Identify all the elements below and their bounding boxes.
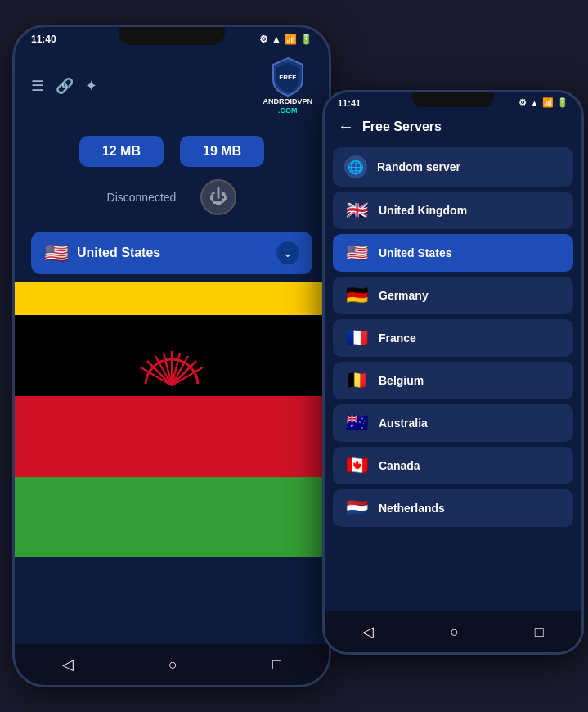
- phone2-status-icons: ⚙ ▲ 📶 🔋: [518, 97, 568, 108]
- phone2-notch: [412, 92, 494, 107]
- flag-stripe-green: [15, 477, 329, 558]
- phone2-time: 11:41: [338, 98, 361, 108]
- phone2-signal-icon: ▲: [530, 98, 539, 108]
- country-selector[interactable]: 🇺🇸 United States ⌄: [31, 232, 312, 274]
- flag-stripe-black: [15, 315, 329, 396]
- selected-country-name: United States: [77, 246, 268, 260]
- server-flag: 🇦🇺: [344, 412, 369, 434]
- server-flag: 🇬🇧: [344, 200, 369, 221]
- menu-icon[interactable]: ☰: [31, 77, 44, 95]
- logo-shield-icon: FREE: [270, 56, 306, 97]
- malawi-flag: [15, 282, 329, 561]
- phone2-home-btn[interactable]: ○: [450, 624, 459, 641]
- server-name: Belgium: [379, 374, 424, 387]
- server-flag: 🇨🇦: [344, 455, 369, 476]
- phone1-header: ☰ 🔗 ✦ FREE ANDROIDVPN.COM: [15, 48, 329, 124]
- flag-display: [15, 282, 329, 561]
- server-name: Australia: [379, 417, 428, 430]
- stars-icon[interactable]: ✦: [85, 77, 97, 95]
- download-badge: 12 MB: [79, 136, 164, 167]
- server-name: Canada: [379, 459, 420, 472]
- server-name: Germany: [379, 289, 429, 302]
- phone1-wifi-icon: ⚙: [259, 34, 268, 45]
- phone1-time: 11:40: [31, 34, 56, 45]
- svg-text:FREE: FREE: [279, 74, 297, 81]
- phone1-signal-icon: ▲: [272, 34, 281, 45]
- disconnect-row: Disconnected ⏻: [15, 171, 329, 223]
- share-icon[interactable]: 🔗: [56, 77, 74, 95]
- server-item[interactable]: 🇺🇸 United States: [333, 234, 573, 272]
- server-item[interactable]: 🇦🇺 Australia: [333, 404, 573, 442]
- server-list: 🌐 Random server 🇬🇧 United Kingdom 🇺🇸 Uni…: [325, 142, 581, 532]
- phone2: 11:41 ⚙ ▲ 📶 🔋 ← Free Servers 🌐 Random se…: [322, 90, 584, 655]
- logo-area: FREE ANDROIDVPN.COM: [263, 56, 312, 115]
- server-flag: 🇫🇷: [344, 327, 369, 349]
- phone1: 11:40 ⚙ ▲ 📶 🔋 ☰ 🔗 ✦ FREE ANDROID: [12, 25, 331, 687]
- phone2-settings-icon: ⚙: [518, 97, 527, 108]
- server-item[interactable]: 🇫🇷 France: [333, 319, 573, 357]
- sun-symbol: [139, 351, 204, 392]
- server-item[interactable]: 🇧🇪 Belgium: [333, 362, 573, 399]
- server-item[interactable]: 🌐 Random server: [333, 147, 573, 187]
- country-dropdown-icon[interactable]: ⌄: [276, 241, 299, 264]
- server-name: France: [379, 331, 416, 345]
- phone2-nav: ◁ ○ □: [325, 611, 581, 652]
- phone1-status-icons: ⚙ ▲ 📶 🔋: [259, 34, 312, 45]
- server-item[interactable]: 🇬🇧 United Kingdom: [333, 192, 573, 229]
- connection-status: Disconnected: [107, 191, 177, 204]
- power-icon: ⏻: [209, 187, 227, 208]
- server-item[interactable]: 🇩🇪 Germany: [333, 277, 573, 314]
- back-button[interactable]: ←: [338, 117, 354, 136]
- flag-stripe-yellow: [15, 282, 329, 316]
- phone2-menu-btn[interactable]: □: [535, 624, 544, 641]
- phone1-wifi2-icon: 📶: [285, 34, 297, 45]
- server-item[interactable]: 🇳🇱 Netherlands: [333, 489, 573, 527]
- screen-title: Free Servers: [362, 119, 442, 134]
- server-name: United States: [379, 246, 451, 259]
- phone2-back-btn[interactable]: ◁: [362, 623, 374, 641]
- server-name: Random server: [377, 160, 460, 173]
- upload-badge: 19 MB: [180, 136, 264, 167]
- phone2-wifi-icon: 📶: [542, 97, 554, 108]
- phone1-back-btn[interactable]: ◁: [62, 656, 74, 674]
- server-flag: 🇳🇱: [344, 498, 369, 519]
- logo-text: ANDROIDVPN.COM: [263, 97, 312, 115]
- data-row: 12 MB 19 MB: [15, 124, 329, 171]
- server-flag: 🇧🇪: [344, 370, 369, 391]
- server-name: Netherlands: [379, 502, 445, 515]
- header-left-icons: ☰ 🔗 ✦: [31, 77, 97, 95]
- power-button[interactable]: ⏻: [200, 179, 236, 215]
- globe-icon: 🌐: [344, 155, 367, 178]
- flag-stripe-red: [15, 396, 329, 477]
- selected-country-flag: 🇺🇸: [44, 241, 69, 264]
- server-item[interactable]: 🇨🇦 Canada: [333, 447, 573, 484]
- server-name: United Kingdom: [379, 204, 467, 217]
- phone2-battery-icon: 🔋: [557, 97, 568, 108]
- server-flag: 🇩🇪: [344, 285, 369, 306]
- phone1-battery-icon: 🔋: [300, 34, 312, 45]
- phone1-menu-btn[interactable]: □: [272, 656, 281, 674]
- phone1-notch: [119, 27, 225, 45]
- server-flag: 🇺🇸: [344, 242, 369, 264]
- phone1-home-btn[interactable]: ○: [168, 656, 177, 674]
- phone1-nav: ◁ ○ □: [15, 644, 329, 685]
- scene: 11:40 ⚙ ▲ 📶 🔋 ☰ 🔗 ✦ FREE ANDROID: [0, 0, 588, 712]
- phone2-header: ← Free Servers: [325, 110, 581, 142]
